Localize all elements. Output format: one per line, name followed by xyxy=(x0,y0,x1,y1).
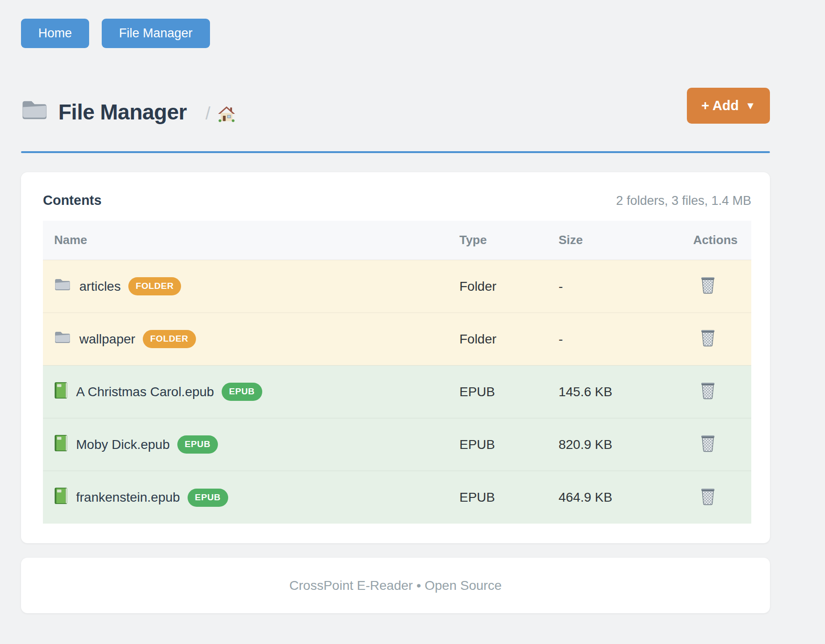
table-row: A Christmas Carol.epub EPUB EPUB 145.6 K… xyxy=(43,365,751,418)
page-title: File Manager xyxy=(58,100,187,124)
nav-file-manager-button[interactable]: File Manager xyxy=(102,19,210,48)
type-badge: EPUB xyxy=(222,383,262,401)
size-cell: - xyxy=(553,313,687,365)
table-row: Moby Dick.epub EPUB EPUB 820.9 KB xyxy=(43,418,751,471)
column-header-size: Size xyxy=(553,221,687,260)
delete-button[interactable] xyxy=(699,275,716,294)
type-badge: EPUB xyxy=(188,489,228,507)
file-name-link[interactable]: articles xyxy=(79,279,121,294)
files-table: Name Type Size Actions xyxy=(43,221,751,524)
size-cell: 820.9 KB xyxy=(553,418,687,471)
type-badge: EPUB xyxy=(177,435,218,454)
table-row: articles FOLDER Folder - xyxy=(43,260,751,313)
contents-summary: 2 folders, 3 files, 1.4 MB xyxy=(616,194,751,208)
file-name-link[interactable]: A Christmas Carol.epub xyxy=(76,385,214,399)
type-cell: EPUB xyxy=(454,471,553,524)
type-badge: FOLDER xyxy=(143,330,196,348)
wastebasket-icon xyxy=(699,341,716,348)
delete-button[interactable] xyxy=(699,434,716,452)
table-row: wallpaper FOLDER Folder - xyxy=(43,313,751,365)
type-cell: EPUB xyxy=(454,365,553,418)
add-button[interactable]: + Add ▼ xyxy=(687,88,770,124)
green-book-icon xyxy=(54,434,68,455)
wastebasket-icon xyxy=(699,288,716,295)
folder-icon xyxy=(21,99,48,123)
chevron-down-icon: ▼ xyxy=(745,100,755,112)
size-cell: 464.9 KB xyxy=(553,471,687,524)
page-container: Home File Manager File Manager / xyxy=(0,0,825,613)
add-button-label: + Add xyxy=(701,98,739,113)
green-book-icon xyxy=(54,382,68,402)
delete-button[interactable] xyxy=(699,328,716,347)
file-name-link[interactable]: frankenstein.epub xyxy=(76,490,180,505)
breadcrumb: / xyxy=(205,105,235,124)
breadcrumb-home-link[interactable] xyxy=(218,105,235,122)
column-header-name: Name xyxy=(43,221,454,260)
contents-card-header: Contents 2 folders, 3 files, 1.4 MB xyxy=(43,193,751,208)
column-header-type: Type xyxy=(454,221,553,260)
footer-card: CrossPoint E-Reader • Open Source xyxy=(21,558,770,613)
delete-button[interactable] xyxy=(699,381,716,399)
contents-title: Contents xyxy=(43,193,102,208)
size-cell: 145.6 KB xyxy=(553,365,687,418)
file-name-link[interactable]: Moby Dick.epub xyxy=(76,437,170,452)
type-badge: FOLDER xyxy=(128,277,182,295)
delete-button[interactable] xyxy=(699,487,716,505)
top-nav: Home File Manager xyxy=(21,19,770,48)
page-header: File Manager / + Add ▼ xyxy=(21,88,770,124)
wastebasket-icon xyxy=(699,500,716,507)
size-cell: - xyxy=(553,260,687,313)
column-header-actions: Actions xyxy=(687,221,751,260)
type-cell: EPUB xyxy=(454,418,553,471)
folder-icon xyxy=(54,278,71,295)
folder-icon xyxy=(54,330,71,348)
type-cell: Folder xyxy=(454,313,553,365)
green-book-icon xyxy=(54,487,68,508)
wastebasket-icon xyxy=(699,394,716,401)
table-header-row: Name Type Size Actions xyxy=(43,221,751,260)
footer-text: CrossPoint E-Reader • Open Source xyxy=(289,578,502,593)
contents-table-body: articles FOLDER Folder - xyxy=(43,260,751,524)
table-row: frankenstein.epub EPUB EPUB 464.9 KB xyxy=(43,471,751,524)
file-name-link[interactable]: wallpaper xyxy=(79,332,135,347)
nav-home-button[interactable]: Home xyxy=(21,19,89,48)
wastebasket-icon xyxy=(699,447,716,454)
header-divider xyxy=(21,151,770,153)
breadcrumb-separator: / xyxy=(205,105,210,122)
house-icon xyxy=(218,117,235,124)
contents-card: Contents 2 folders, 3 files, 1.4 MB Name… xyxy=(21,172,770,543)
type-cell: Folder xyxy=(454,260,553,313)
